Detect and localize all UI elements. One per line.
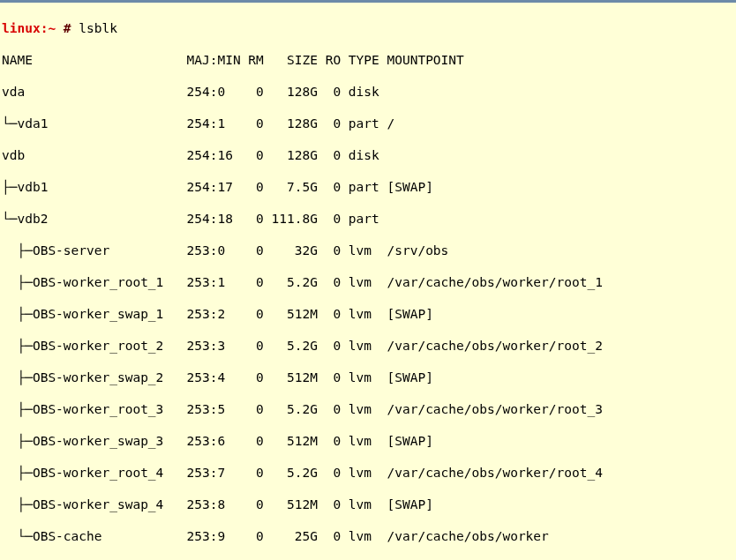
- lsblk-row: vda 254:0 0 128G 0 disk: [2, 84, 736, 100]
- prompt-hash: #: [64, 21, 79, 35]
- lsblk-row: ├─OBS-worker_root_3 253:5 0 5.2G 0 lvm /…: [2, 401, 736, 417]
- lsblk-row: ├─OBS-worker_swap_4 253:8 0 512M 0 lvm […: [2, 497, 736, 512]
- lsblk-row: ├─OBS-worker_swap_1 253:2 0 512M 0 lvm […: [2, 306, 736, 322]
- typed-command-1: lsblk: [79, 21, 117, 35]
- lsblk-header: NAME MAJ:MIN RM SIZE RO TYPE MOUNTPOINT: [2, 52, 736, 68]
- prompt-line-1: linux:~ # lsblk: [2, 20, 736, 36]
- lsblk-row: ├─OBS-worker_root_1 253:1 0 5.2G 0 lvm /…: [2, 274, 736, 290]
- lsblk-row: ├─OBS-worker_root_4 253:7 0 5.2G 0 lvm /…: [2, 465, 736, 481]
- lsblk-row: ├─OBS-server 253:0 0 32G 0 lvm /srv/obs: [2, 243, 736, 258]
- lsblk-row: └─OBS-cache 253:9 0 25G 0 lvm /var/cache…: [2, 528, 736, 544]
- prompt-host: linux:~: [2, 21, 64, 35]
- lsblk-row: ├─vdb1 254:17 0 7.5G 0 part [SWAP]: [2, 179, 736, 195]
- lsblk-row: vdb 254:16 0 128G 0 disk: [2, 147, 736, 163]
- terminal[interactable]: linux:~ # lsblk NAME MAJ:MIN RM SIZE RO …: [0, 3, 736, 560]
- lsblk-row: └─vdb2 254:18 0 111.8G 0 part: [2, 211, 736, 227]
- lsblk-row: ├─OBS-worker_swap_3 253:6 0 512M 0 lvm […: [2, 433, 736, 449]
- lsblk-row: └─vda1 254:1 0 128G 0 part /: [2, 116, 736, 131]
- lsblk-row: ├─OBS-worker_swap_2 253:4 0 512M 0 lvm […: [2, 370, 736, 385]
- lsblk-row: ├─OBS-worker_root_2 253:3 0 5.2G 0 lvm /…: [2, 338, 736, 354]
